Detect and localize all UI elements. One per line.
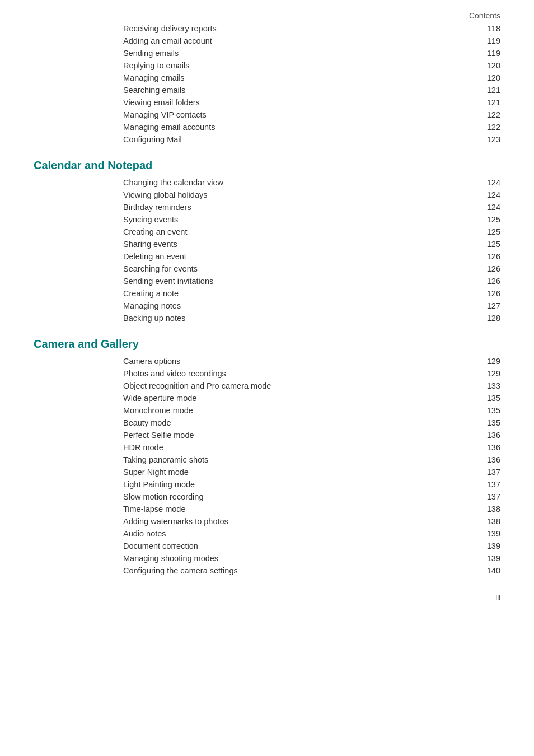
- entry-title: Searching emails: [123, 86, 478, 95]
- entry-title: Perfect Selfie mode: [123, 431, 478, 440]
- entry-title: Beauty mode: [123, 418, 478, 427]
- list-item: Audio notes 139: [34, 528, 500, 540]
- list-item: Light Painting mode 137: [34, 478, 500, 491]
- entry-title: Slow motion recording: [123, 492, 478, 501]
- page-number: 123: [478, 135, 500, 144]
- entry-title: Monochrome mode: [123, 406, 478, 415]
- list-item: Syncing events 125: [34, 213, 500, 226]
- page-number: 136: [478, 455, 500, 464]
- page-number: 119: [478, 49, 500, 58]
- page-number: 126: [478, 289, 500, 298]
- section-title: Camera and Gallery: [34, 338, 500, 351]
- entry-title: Sending emails: [123, 49, 478, 58]
- list-item: Camera options 129: [34, 355, 500, 367]
- list-item: HDR mode 136: [34, 441, 500, 454]
- entry-title: Photos and video recordings: [123, 369, 478, 378]
- list-item: Creating an event 125: [34, 226, 500, 238]
- entry-title: HDR mode: [123, 443, 478, 452]
- section-title: Calendar and Notepad: [34, 159, 500, 172]
- entry-title: Time-lapse mode: [123, 505, 478, 514]
- sections-container: Calendar and Notepad Changing the calend…: [34, 159, 500, 577]
- page-number: 128: [478, 314, 500, 323]
- entry-title: Deleting an event: [123, 252, 478, 261]
- page-number: 118: [478, 24, 500, 33]
- page-number: 138: [478, 517, 500, 526]
- page-number: 126: [478, 264, 500, 273]
- page-number: 125: [478, 227, 500, 236]
- list-item: Birthday reminders 124: [34, 201, 500, 213]
- list-item: Time-lapse mode 138: [34, 503, 500, 515]
- page-number: 127: [478, 301, 500, 310]
- page-number: 135: [478, 394, 500, 403]
- list-item: Receiving delivery reports 118: [34, 22, 500, 35]
- list-item: Viewing email folders 121: [34, 96, 500, 109]
- list-item: Configuring the camera settings 140: [34, 564, 500, 577]
- page-number: 124: [478, 178, 500, 187]
- page-number: 124: [478, 190, 500, 199]
- page-number: 137: [478, 480, 500, 489]
- entry-title: Sending event invitations: [123, 277, 478, 286]
- page-number: 121: [478, 86, 500, 95]
- page-number: 137: [478, 492, 500, 501]
- page-number: 129: [478, 369, 500, 378]
- list-item: Perfect Selfie mode 136: [34, 429, 500, 441]
- page-number: 126: [478, 277, 500, 286]
- list-item: Backing up notes 128: [34, 312, 500, 324]
- page-number: 126: [478, 252, 500, 261]
- entry-title: Birthday reminders: [123, 203, 478, 212]
- entry-title: Managing email accounts: [123, 123, 478, 132]
- top-entries-list: Receiving delivery reports 118 Adding an…: [34, 22, 500, 146]
- page-number: 140: [478, 566, 500, 575]
- contents-label: Contents: [34, 11, 500, 20]
- page-number: 136: [478, 443, 500, 452]
- page-number: 139: [478, 542, 500, 550]
- page-number: 120: [478, 61, 500, 70]
- page-number: 133: [478, 381, 500, 390]
- entry-title: Super Night mode: [123, 468, 478, 477]
- list-item: Photos and video recordings 129: [34, 367, 500, 380]
- entry-title: Taking panoramic shots: [123, 455, 478, 464]
- entry-title: Light Painting mode: [123, 480, 478, 489]
- entry-title: Creating a note: [123, 289, 478, 298]
- footer-page-number: iii: [34, 594, 500, 602]
- list-item: Searching emails 121: [34, 84, 500, 96]
- page-number: 136: [478, 431, 500, 440]
- entry-title: Configuring Mail: [123, 135, 478, 144]
- list-item: Super Night mode 137: [34, 466, 500, 478]
- entry-title: Wide aperture mode: [123, 394, 478, 403]
- list-item: Searching for events 126: [34, 263, 500, 275]
- page-number: 139: [478, 529, 500, 538]
- entry-title: Adding watermarks to photos: [123, 517, 478, 526]
- entry-title: Receiving delivery reports: [123, 24, 478, 33]
- list-item: Wide aperture mode 135: [34, 392, 500, 404]
- list-item: Sending emails 119: [34, 47, 500, 59]
- entry-title: Creating an event: [123, 227, 478, 236]
- list-item: Monochrome mode 135: [34, 404, 500, 417]
- section: Calendar and Notepad Changing the calend…: [34, 159, 500, 324]
- page-number: 137: [478, 468, 500, 477]
- list-item: Slow motion recording 137: [34, 491, 500, 503]
- page-number: 121: [478, 98, 500, 107]
- entry-title: Managing emails: [123, 73, 478, 82]
- page-number: 138: [478, 505, 500, 514]
- page-number: 122: [478, 123, 500, 132]
- list-item: Managing emails 120: [34, 72, 500, 84]
- entry-title: Audio notes: [123, 529, 478, 538]
- page-number: 139: [478, 554, 500, 563]
- list-item: Sending event invitations 126: [34, 275, 500, 287]
- entry-title: Syncing events: [123, 215, 478, 224]
- entry-title: Adding an email account: [123, 36, 478, 45]
- section: Camera and Gallery Camera options 129 Ph…: [34, 338, 500, 577]
- page-number: 129: [478, 357, 500, 366]
- entry-title: Searching for events: [123, 264, 478, 273]
- entry-title: Managing VIP contacts: [123, 110, 478, 119]
- entry-title: Sharing events: [123, 240, 478, 249]
- entry-title: Viewing email folders: [123, 98, 478, 107]
- page-number: 125: [478, 215, 500, 224]
- list-item: Replying to emails 120: [34, 59, 500, 72]
- entry-title: Managing notes: [123, 301, 478, 310]
- page-number: 124: [478, 203, 500, 212]
- list-item: Managing shooting modes 139: [34, 552, 500, 564]
- page-number: 135: [478, 418, 500, 427]
- list-item: Deleting an event 126: [34, 250, 500, 263]
